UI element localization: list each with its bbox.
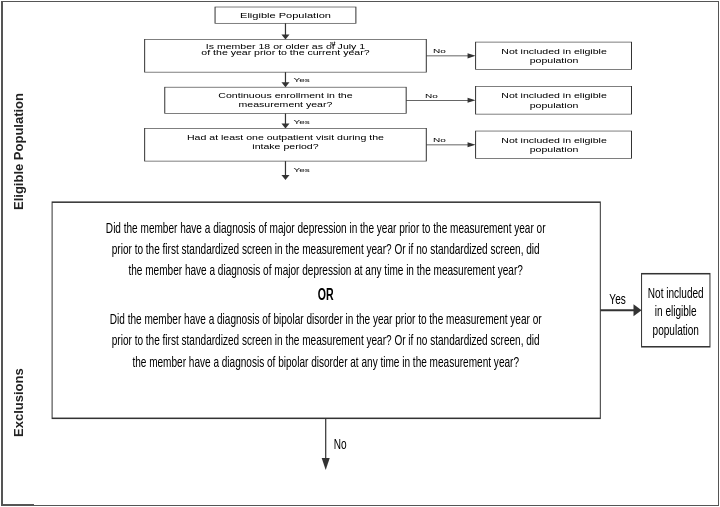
svg-rect-0 bbox=[215, 7, 356, 23]
svg-rect-29 bbox=[145, 129, 427, 162]
eligible-section: Eligible Population Is member 18 or olde… bbox=[34, 2, 718, 190]
svg-marker-15 bbox=[281, 82, 289, 87]
svg-rect-52 bbox=[642, 274, 710, 347]
svg-text:population: population bbox=[530, 57, 579, 64]
svg-text:measurement year?: measurement year? bbox=[239, 101, 333, 108]
svg-text:of the year prior to the curre: of the year prior to the current year? bbox=[201, 49, 369, 56]
svg-text:Not included in eligible: Not included in eligible bbox=[501, 48, 607, 55]
svg-text:population: population bbox=[653, 320, 699, 338]
svg-text:Not included in eligible: Not included in eligible bbox=[501, 137, 607, 144]
svg-rect-4 bbox=[145, 40, 427, 73]
svg-marker-33 bbox=[468, 142, 476, 147]
svg-rect-23 bbox=[476, 87, 632, 115]
svg-text:the member have a diagnosis of: the member have a diagnosis of bipolar d… bbox=[132, 352, 519, 370]
svg-marker-39 bbox=[281, 175, 289, 180]
svg-marker-27 bbox=[281, 124, 289, 129]
exclusions-label: Exclusions bbox=[2, 302, 34, 505]
svg-text:Not included: Not included bbox=[648, 284, 704, 302]
svg-text:No: No bbox=[433, 47, 446, 54]
svg-rect-35 bbox=[476, 131, 632, 159]
svg-rect-11 bbox=[476, 42, 632, 70]
svg-text:Did the member have a diagnosi: Did the member have a diagnosis of major… bbox=[106, 218, 546, 236]
svg-rect-41 bbox=[52, 202, 600, 418]
svg-text:Yes: Yes bbox=[294, 166, 310, 173]
svg-text:Is member 18 or older as of Ju: Is member 18 or older as of July 1 bbox=[206, 43, 366, 50]
svg-text:Eligible Population: Eligible Population bbox=[240, 12, 331, 19]
eligible-flow-svg: Eligible Population Is member 18 or olde… bbox=[34, 2, 718, 190]
svg-text:prior to the first standardize: prior to the first standardized screen i… bbox=[112, 331, 540, 349]
svg-text:population: population bbox=[530, 146, 579, 153]
svg-marker-9 bbox=[468, 53, 476, 58]
svg-text:No: No bbox=[425, 92, 438, 99]
svg-marker-50 bbox=[634, 304, 642, 316]
svg-text:Not included in eligible: Not included in eligible bbox=[501, 92, 607, 99]
svg-rect-17 bbox=[165, 87, 406, 113]
svg-text:Yes: Yes bbox=[294, 118, 310, 125]
exclusions-section: Did the member have a diagnosis of major… bbox=[34, 190, 718, 505]
svg-text:intake period?: intake period? bbox=[252, 143, 318, 150]
svg-text:prior to the first standardize: prior to the first standardized screen i… bbox=[112, 240, 540, 258]
eligible-population-label: Eligible Population bbox=[2, 2, 34, 302]
outer-container: Eligible Population Exclusions Eligible … bbox=[1, 1, 719, 506]
svg-text:No: No bbox=[433, 136, 446, 143]
svg-text:Did the member have a diagnosi: Did the member have a diagnosis of bipol… bbox=[110, 310, 542, 328]
svg-text:Yes: Yes bbox=[609, 290, 625, 308]
svg-marker-21 bbox=[468, 98, 476, 103]
left-labels: Eligible Population Exclusions bbox=[2, 2, 34, 505]
svg-text:population: population bbox=[530, 102, 579, 109]
svg-text:the member have a diagnosis of: the member have a diagnosis of major dep… bbox=[128, 261, 522, 279]
svg-text:Continuous enrollment in the: Continuous enrollment in the bbox=[218, 92, 352, 99]
exclusions-flow-svg: Did the member have a diagnosis of major… bbox=[34, 190, 718, 505]
svg-text:OR: OR bbox=[318, 285, 334, 303]
svg-text:st: st bbox=[330, 41, 336, 46]
svg-marker-3 bbox=[281, 35, 289, 40]
svg-text:in eligible: in eligible bbox=[655, 302, 697, 320]
main-content: Eligible Population Is member 18 or olde… bbox=[34, 2, 718, 505]
svg-text:Yes: Yes bbox=[294, 76, 310, 83]
svg-text:No: No bbox=[334, 435, 347, 453]
svg-marker-57 bbox=[322, 458, 330, 470]
svg-text:Had at least one outpatient vi: Had at least one outpatient visit during… bbox=[187, 134, 384, 141]
